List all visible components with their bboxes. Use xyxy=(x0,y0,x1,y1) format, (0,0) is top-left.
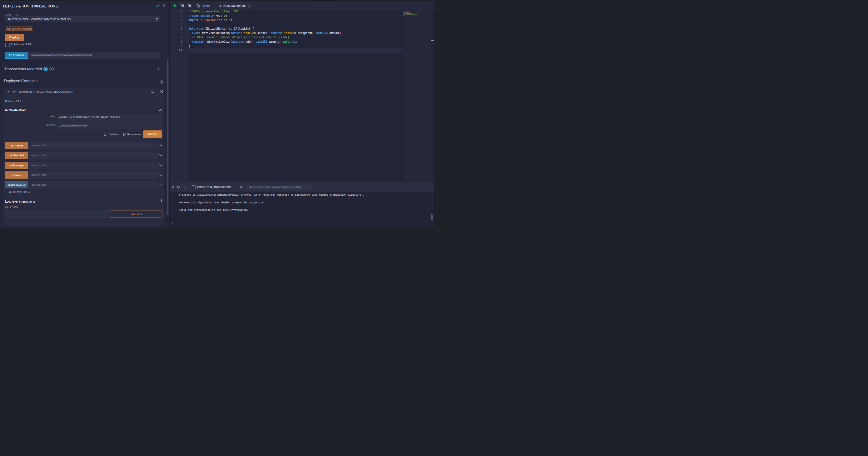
svg-text:i: i xyxy=(51,68,52,70)
